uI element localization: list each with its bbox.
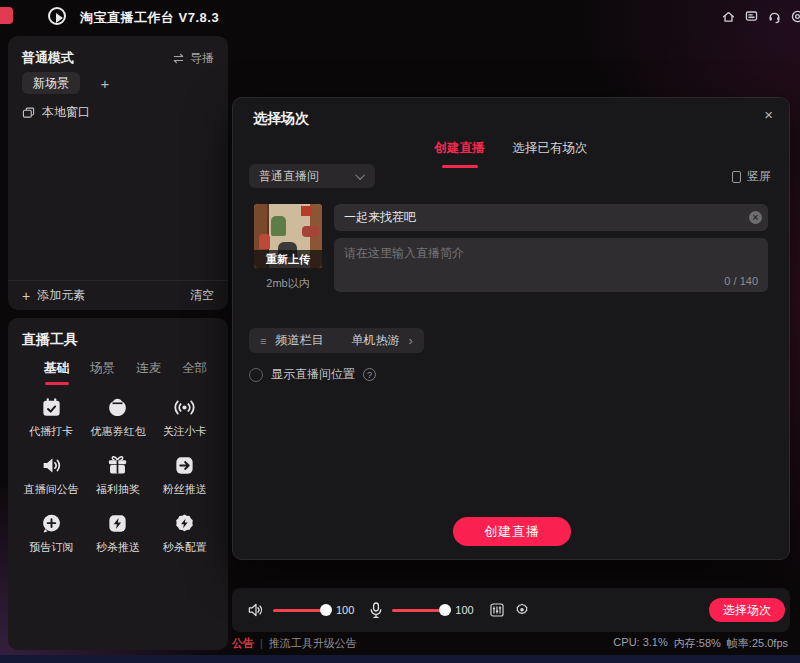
live-title-input[interactable] bbox=[334, 204, 768, 231]
tool-lottery[interactable]: 福利抽奖 bbox=[85, 446, 152, 504]
live-desc-field: 0 / 140 bbox=[334, 238, 768, 292]
location-checkbox[interactable] bbox=[249, 368, 263, 382]
send-arrow-icon bbox=[173, 454, 196, 477]
notice-link[interactable]: 推流工具升级公告 bbox=[269, 636, 357, 651]
tool-flash-sale-push[interactable]: 秒杀推送 bbox=[85, 504, 152, 562]
orientation-label: 竖屏 bbox=[747, 168, 771, 185]
announcement-board-icon[interactable] bbox=[744, 9, 759, 24]
edge-app-logo bbox=[0, 7, 13, 24]
char-counter: 0 / 140 bbox=[724, 275, 758, 287]
record-icon[interactable] bbox=[514, 602, 530, 618]
clear-input-icon[interactable]: × bbox=[749, 211, 762, 224]
channel-label: 频道栏目 bbox=[275, 332, 323, 349]
live-desc-input[interactable] bbox=[334, 238, 768, 292]
tools-panel-title: 直播工具 bbox=[22, 331, 78, 349]
tool-room-announcement[interactable]: 直播间公告 bbox=[18, 446, 85, 504]
clear-button[interactable]: 清空 bbox=[190, 287, 214, 304]
cover-size-hint: 2mb以内 bbox=[254, 276, 322, 291]
list-icon: ≡ bbox=[260, 335, 266, 347]
source-item-label: 本地窗口 bbox=[42, 104, 90, 121]
scene-panel-title: 普通模式 bbox=[22, 49, 74, 67]
tab-basic[interactable]: 基础 bbox=[44, 360, 69, 385]
plus-icon: + bbox=[22, 288, 30, 304]
status-bar: 公告 | 推流工具升级公告 CPU: 3.1% 内存:58% 帧率:25.0fp… bbox=[232, 634, 788, 652]
reupload-button[interactable]: 重新上传 bbox=[254, 250, 322, 268]
category-value: 单机热游 bbox=[351, 332, 399, 349]
titlebar: 淘宝直播工作台 V7.8.3 bbox=[0, 0, 800, 32]
tool-fans-push[interactable]: 粉丝推送 bbox=[151, 446, 218, 504]
memory-stat: 内存:58% bbox=[674, 636, 721, 651]
tool-flash-sale-config[interactable]: 秒杀配置 bbox=[151, 504, 218, 562]
tab-co-stream[interactable]: 连麦 bbox=[136, 360, 161, 385]
location-label: 显示直播间位置 bbox=[271, 366, 355, 383]
status-divider: | bbox=[260, 637, 263, 649]
tab-create-live[interactable]: 创建直播 bbox=[435, 140, 485, 168]
volume-slider[interactable] bbox=[273, 609, 327, 612]
director-label: 导播 bbox=[190, 50, 214, 67]
select-session-button[interactable]: 选择场次 bbox=[709, 598, 785, 622]
home-icon[interactable] bbox=[721, 9, 736, 24]
volume-slider-knob[interactable] bbox=[320, 604, 332, 616]
tools-grid: 代播打卡 优惠券红包 关注小卡 直播间公告 福利抽奖 粉丝推送 bbox=[18, 388, 218, 562]
volume-icon[interactable] bbox=[247, 602, 264, 618]
scene-tab-new[interactable]: 新场景 bbox=[22, 72, 80, 94]
add-element-button[interactable]: + 添加元素 bbox=[22, 287, 85, 304]
live-tools-panel: 直播工具 基础 场景 连麦 全部 代播打卡 优惠券红包 关注小卡 直播间公告 bbox=[8, 318, 228, 650]
taskbar-strip bbox=[0, 655, 800, 663]
gift-icon bbox=[106, 454, 129, 477]
mic-slider-knob[interactable] bbox=[439, 604, 451, 616]
window-copy-icon bbox=[22, 107, 35, 119]
notice-tag: 公告 bbox=[232, 636, 254, 651]
tab-all[interactable]: 全部 bbox=[182, 360, 207, 385]
portrait-screen-icon bbox=[732, 171, 741, 183]
broadcast-icon bbox=[173, 396, 196, 419]
swap-arrows-icon bbox=[172, 53, 185, 64]
source-item-local-window[interactable]: 本地窗口 bbox=[22, 104, 90, 121]
tab-existing-session[interactable]: 选择已有场次 bbox=[513, 140, 588, 168]
audio-mixer-icon[interactable] bbox=[489, 602, 505, 618]
flash-send-icon bbox=[106, 512, 129, 535]
create-live-button[interactable]: 创建直播 bbox=[453, 517, 571, 546]
cover-uploader[interactable]: 重新上传 bbox=[254, 204, 322, 268]
app-window: 淘宝直播工作台 V7.8.3 普通模式 导播 新场景 + 本地窗口 + bbox=[0, 0, 800, 663]
tab-scene[interactable]: 场景 bbox=[90, 360, 115, 385]
close-icon[interactable]: × bbox=[764, 106, 773, 123]
headset-icon[interactable] bbox=[767, 9, 782, 24]
speaker-icon bbox=[40, 454, 63, 477]
chevron-right-icon: › bbox=[408, 333, 412, 348]
add-scene-button[interactable]: + bbox=[94, 72, 116, 94]
select-session-modal: 选择场次 × 创建直播 选择已有场次 普通直播间 竖屏 重新上传 2mb以内 × bbox=[232, 97, 790, 560]
calendar-check-icon bbox=[40, 396, 63, 419]
settings-icon[interactable] bbox=[790, 9, 800, 24]
room-type-value: 普通直播间 bbox=[259, 168, 319, 185]
flash-config-icon bbox=[173, 512, 196, 535]
volume-value: 100 bbox=[336, 604, 354, 616]
chevron-down-icon bbox=[355, 170, 365, 180]
modal-title: 选择场次 bbox=[253, 110, 309, 128]
orientation-toggle[interactable]: 竖屏 bbox=[732, 168, 771, 185]
location-option: 显示直播间位置 ? bbox=[249, 366, 376, 383]
room-type-select[interactable]: 普通直播间 bbox=[249, 164, 375, 188]
red-packet-icon bbox=[106, 396, 129, 419]
mic-icon[interactable] bbox=[369, 602, 383, 619]
tool-preview-subscribe[interactable]: 预告订阅 bbox=[18, 504, 85, 562]
category-selector[interactable]: ≡ 频道栏目 单机热游 › bbox=[249, 328, 424, 353]
cpu-stat: CPU: 3.1% bbox=[613, 636, 667, 651]
scene-panel: 普通模式 导播 新场景 + 本地窗口 + 添加元素 清空 bbox=[8, 36, 228, 310]
tool-follow-card[interactable]: 关注小卡 bbox=[151, 388, 218, 446]
tool-attendance[interactable]: 代播打卡 bbox=[18, 388, 85, 446]
director-mode-toggle[interactable]: 导播 bbox=[172, 50, 214, 67]
mic-value: 100 bbox=[455, 604, 473, 616]
taobao-live-logo-icon bbox=[48, 7, 66, 25]
help-icon[interactable]: ? bbox=[363, 368, 376, 381]
control-bar: 100 100 选择场次 bbox=[232, 588, 790, 632]
app-title: 淘宝直播工作台 V7.8.3 bbox=[80, 9, 219, 27]
plus-circle-icon bbox=[40, 512, 63, 535]
fps-stat: 帧率:25.0fps bbox=[727, 636, 788, 651]
tools-tabs: 基础 场景 连麦 全部 bbox=[44, 360, 207, 385]
mic-slider[interactable] bbox=[392, 609, 446, 612]
tool-coupon-redpacket[interactable]: 优惠券红包 bbox=[85, 388, 152, 446]
